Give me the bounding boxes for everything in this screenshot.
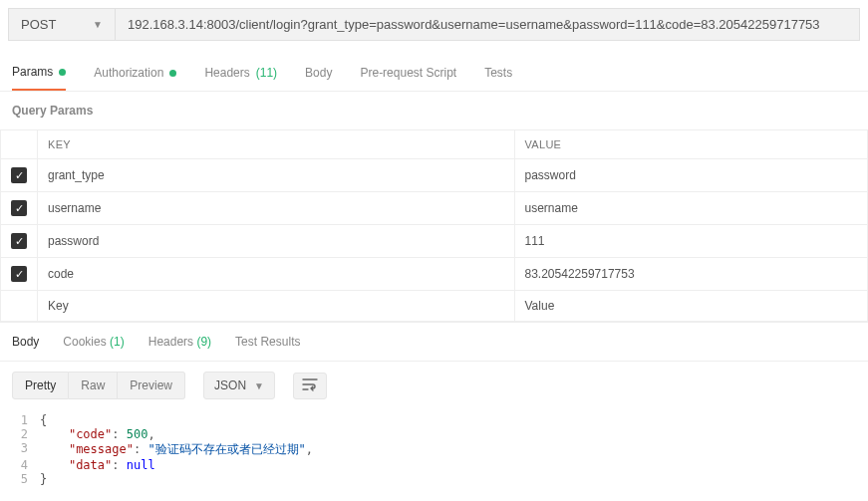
view-mode-group: Pretty Raw Preview bbox=[12, 372, 185, 399]
format-label: JSON bbox=[214, 378, 246, 392]
resp-tab-cookies-count: (1) bbox=[110, 335, 125, 349]
response-toolbar: Pretty Raw Preview JSON ▼ bbox=[0, 362, 868, 409]
tab-headers[interactable]: Headers (11) bbox=[204, 59, 277, 91]
resp-tab-headers-count: (9) bbox=[196, 335, 211, 349]
format-select[interactable]: JSON ▼ bbox=[203, 372, 275, 399]
tab-headers-count: (11) bbox=[256, 66, 277, 80]
resp-tab-body[interactable]: Body bbox=[12, 335, 39, 349]
tab-tests[interactable]: Tests bbox=[484, 59, 512, 91]
key-header: KEY bbox=[38, 130, 515, 159]
checkbox-checked-icon[interactable]: ✓ bbox=[11, 200, 27, 216]
param-key[interactable]: password bbox=[38, 225, 515, 258]
code-text: "验证码不存在或者已经过期" bbox=[147, 442, 305, 456]
line-number: 2 bbox=[0, 427, 40, 441]
caret-down-icon: ▼ bbox=[254, 380, 264, 391]
code-text: "message" bbox=[69, 442, 134, 456]
param-key[interactable]: grant_type bbox=[38, 159, 515, 192]
checkbox-checked-icon[interactable]: ✓ bbox=[11, 233, 27, 249]
pretty-button[interactable]: Pretty bbox=[12, 372, 69, 399]
checkbox-checked-icon[interactable]: ✓ bbox=[11, 167, 27, 183]
code-text: "data" bbox=[69, 458, 112, 472]
code-text: null bbox=[127, 458, 155, 472]
code-text: } bbox=[40, 472, 47, 486]
line-number: 4 bbox=[0, 458, 40, 472]
tab-authorization[interactable]: Authorization bbox=[94, 59, 176, 91]
tab-prerequest[interactable]: Pre-request Script bbox=[360, 59, 456, 91]
table-row[interactable]: ✓ password 111 bbox=[1, 225, 868, 258]
line-number: 1 bbox=[0, 413, 40, 427]
value-header: VALUE bbox=[514, 130, 868, 159]
wrap-icon bbox=[302, 377, 318, 391]
status-dot-icon bbox=[169, 70, 176, 77]
caret-down-icon: ▼ bbox=[93, 19, 103, 30]
http-method-select[interactable]: POST ▼ bbox=[8, 8, 116, 41]
response-tabs: Body Cookies (1) Headers (9) Test Result… bbox=[0, 322, 868, 362]
query-params-table: KEY VALUE ✓ grant_type password ✓ userna… bbox=[0, 129, 868, 322]
param-key[interactable]: code bbox=[38, 258, 515, 291]
checkbox-header bbox=[1, 130, 38, 159]
preview-button[interactable]: Preview bbox=[118, 372, 185, 399]
param-value[interactable]: 111 bbox=[514, 225, 868, 258]
code-text: "code" bbox=[69, 427, 112, 441]
tab-authorization-label: Authorization bbox=[94, 66, 163, 80]
param-value[interactable]: password bbox=[514, 159, 868, 192]
param-value[interactable]: 83.20542259717753 bbox=[514, 258, 868, 291]
url-input[interactable]: 192.168.3.14:8003/client/login?grant_typ… bbox=[116, 8, 860, 41]
resp-tab-headers[interactable]: Headers (9) bbox=[148, 335, 211, 349]
param-key[interactable]: username bbox=[38, 192, 515, 225]
tab-params-label: Params bbox=[12, 65, 53, 79]
table-row[interactable]: ✓ grant_type password bbox=[1, 159, 868, 192]
query-params-title: Query Params bbox=[0, 92, 868, 129]
code-text: 500 bbox=[127, 427, 148, 441]
resp-tab-cookies[interactable]: Cookies (1) bbox=[63, 335, 124, 349]
resp-tab-test-results[interactable]: Test Results bbox=[235, 335, 300, 349]
tab-headers-label: Headers bbox=[204, 66, 249, 80]
response-body[interactable]: 1{ 2 "code": 500, 3 "message": "验证码不存在或者… bbox=[0, 409, 868, 498]
table-row-new[interactable]: Key Value bbox=[1, 291, 868, 322]
http-method-label: POST bbox=[21, 17, 56, 32]
resp-tab-headers-label: Headers bbox=[148, 335, 193, 349]
checkbox-checked-icon[interactable]: ✓ bbox=[11, 266, 27, 282]
checkbox-empty[interactable] bbox=[1, 291, 38, 322]
param-value[interactable]: username bbox=[514, 192, 868, 225]
wrap-lines-button[interactable] bbox=[293, 373, 327, 399]
status-dot-icon bbox=[59, 69, 66, 76]
tab-body[interactable]: Body bbox=[305, 59, 332, 91]
table-row[interactable]: ✓ code 83.20542259717753 bbox=[1, 258, 868, 291]
code-text: { bbox=[40, 413, 47, 427]
resp-tab-cookies-label: Cookies bbox=[63, 335, 106, 349]
param-value-placeholder[interactable]: Value bbox=[514, 291, 868, 322]
param-key-placeholder[interactable]: Key bbox=[38, 291, 515, 322]
tab-params[interactable]: Params bbox=[12, 59, 66, 91]
request-tabs: Params Authorization Headers (11) Body P… bbox=[0, 49, 868, 92]
table-row[interactable]: ✓ username username bbox=[1, 192, 868, 225]
raw-button[interactable]: Raw bbox=[69, 372, 118, 399]
line-number: 3 bbox=[0, 441, 40, 458]
line-number: 5 bbox=[0, 472, 40, 486]
